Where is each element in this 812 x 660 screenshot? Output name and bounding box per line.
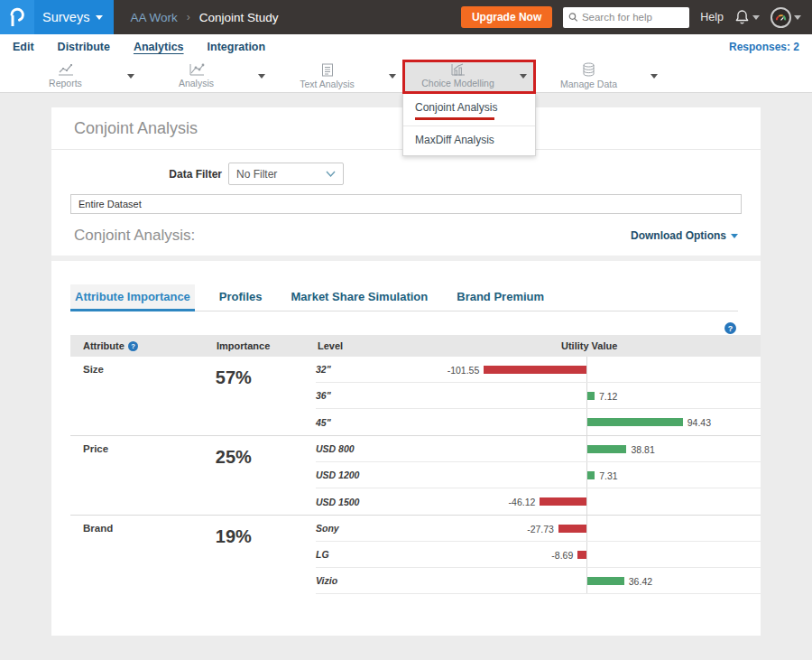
help-search[interactable] xyxy=(563,7,689,28)
utility-bar-chart: -46.12 xyxy=(487,488,761,515)
chevron-down-icon xyxy=(651,74,658,79)
text-analysis-dropdown-toggle[interactable] xyxy=(381,60,404,92)
importance-value: 19% xyxy=(216,516,316,594)
menu-item-maxdiff-analysis[interactable]: MaxDiff Analysis xyxy=(403,125,535,155)
svg-text:?: ? xyxy=(131,342,135,350)
gauge-avatar-icon xyxy=(774,11,788,24)
level-row: USD 1500-46.12 xyxy=(316,488,761,515)
upgrade-now-button[interactable]: Upgrade Now xyxy=(461,6,552,28)
toolbar-item-manage-data: Manage Data xyxy=(535,60,666,92)
reports-dropdown-toggle[interactable] xyxy=(119,60,143,92)
search-input[interactable] xyxy=(582,12,684,23)
logo-glyph-icon xyxy=(9,7,25,27)
importance-value: 57% xyxy=(216,357,316,435)
utility-value: 7.31 xyxy=(599,470,617,481)
choice-modelling-dropdown-toggle[interactable] xyxy=(512,60,535,92)
search-icon xyxy=(568,12,578,23)
attribute-name: Brand xyxy=(70,516,216,594)
analytics-toolbar: Reports Analysis Text Analysis xyxy=(0,60,812,93)
manage-data-dropdown-toggle[interactable] xyxy=(642,60,666,92)
level-label: 36" xyxy=(316,390,487,401)
nav-item-integration[interactable]: Integration xyxy=(208,41,266,53)
chevron-down-icon xyxy=(731,234,738,238)
reports-button[interactable]: Reports xyxy=(12,60,119,92)
importance-value: 25% xyxy=(216,436,316,515)
menu-item-label: Conjoint Analysis xyxy=(415,101,497,114)
zero-axis-line xyxy=(586,357,587,382)
level-label: USD 800 xyxy=(316,443,487,454)
analysis-dropdown-toggle[interactable] xyxy=(250,60,273,92)
choice-modelling-button[interactable]: Choice Modelling xyxy=(404,60,512,92)
help-link[interactable]: Help xyxy=(700,11,724,23)
toolbar-label: Reports xyxy=(49,78,82,88)
utility-value: -46.12 xyxy=(509,497,536,507)
level-label: USD 1500 xyxy=(316,497,487,507)
level-row: 36"7.12 xyxy=(316,383,761,409)
column-header-utility-value: Utility Value xyxy=(489,340,761,351)
responses-count[interactable]: Responses: 2 xyxy=(729,41,799,53)
level-row: USD 12007.31 xyxy=(316,462,761,488)
level-row: 45"94.43 xyxy=(316,409,761,435)
questionpro-logo-icon[interactable] xyxy=(0,0,34,34)
dataset-scope-box[interactable]: Entire Dataset xyxy=(70,194,742,214)
breadcrumb-folder[interactable]: AA Work xyxy=(130,11,177,24)
utility-bar xyxy=(484,366,586,374)
chevron-down-icon xyxy=(326,171,336,177)
manage-data-button[interactable]: Manage Data xyxy=(535,60,642,92)
topbar-actions: Upgrade Now Help xyxy=(461,6,812,28)
text-analysis-button[interactable]: Text Analysis xyxy=(273,60,381,92)
section-title: Conjoint Analysis: xyxy=(74,227,195,245)
chevron-down-icon xyxy=(389,74,396,79)
utility-bar xyxy=(558,525,586,533)
utility-value: 7.12 xyxy=(599,391,617,402)
nav-item-distribute[interactable]: Distribute xyxy=(58,41,110,53)
toolbar-item-analysis: Analysis xyxy=(143,60,273,92)
tab-profiles[interactable]: Profiles xyxy=(215,284,267,311)
download-options-label: Download Options xyxy=(631,229,726,242)
download-options-button[interactable]: Download Options xyxy=(631,229,738,242)
level-label: Sony xyxy=(316,523,487,534)
attribute-group-row: Price25%USD 80038.81USD 12007.31USD 1500… xyxy=(70,436,761,516)
line-chart-icon xyxy=(58,63,74,76)
tab-market-share-simulation[interactable]: Market Share Simulation xyxy=(287,284,433,311)
nav-item-edit[interactable]: Edit xyxy=(13,41,34,53)
attribute-importance-table: Attribute ? Importance Level Utility Val… xyxy=(70,335,761,594)
product-switcher[interactable]: Surveys xyxy=(0,0,114,34)
nav-item-analytics[interactable]: Analytics xyxy=(134,41,184,53)
levels-list: 32"-101.5536"7.1245"94.43 xyxy=(316,357,761,435)
analysis-button[interactable]: Analysis xyxy=(143,60,250,92)
level-row: USD 80038.81 xyxy=(316,436,761,462)
tab-attribute-importance[interactable]: Attribute Importance xyxy=(70,284,195,311)
survey-nav: Edit Distribute Analytics Integration Re… xyxy=(0,34,812,60)
results-tabs: Attribute Importance Profiles Market Sha… xyxy=(70,284,738,311)
utility-value: -101.55 xyxy=(448,365,480,376)
data-filter-select[interactable]: No Filter xyxy=(228,163,344,185)
brand-label: Surveys xyxy=(42,10,89,24)
avatar xyxy=(770,7,791,28)
toolbar-item-choice-modelling: Choice Modelling xyxy=(404,60,535,92)
utility-bar-chart: 38.81 xyxy=(487,436,761,461)
help-question-icon[interactable]: ? xyxy=(128,341,138,351)
top-header-bar: Surveys AA Work › Conjoint Study Upgrade… xyxy=(0,0,812,34)
breadcrumb-survey-title[interactable]: Conjoint Study xyxy=(199,11,279,24)
bell-icon xyxy=(734,9,750,25)
utility-bar-chart: 94.43 xyxy=(487,409,761,435)
utility-bar xyxy=(587,445,626,453)
notifications-menu[interactable] xyxy=(734,9,760,25)
data-filter-label: Data Filter xyxy=(51,168,222,181)
red-annotation-underline xyxy=(415,117,494,120)
account-menu[interactable] xyxy=(770,7,801,28)
menu-item-label: MaxDiff Analysis xyxy=(415,134,494,146)
tab-brand-premium[interactable]: Brand Premium xyxy=(452,284,549,311)
toolbar-item-text-analysis: Text Analysis xyxy=(273,60,404,92)
menu-item-conjoint-analysis[interactable]: Conjoint Analysis xyxy=(403,94,535,125)
chevron-down-icon xyxy=(96,15,103,20)
help-question-icon[interactable]: ? xyxy=(724,322,736,334)
utility-value: 94.43 xyxy=(687,417,711,428)
chevron-down-icon xyxy=(127,74,134,79)
utility-bar-chart: -27.73 xyxy=(487,516,761,541)
utility-value: 36.42 xyxy=(629,576,652,587)
breadcrumb-separator-icon: › xyxy=(187,11,190,23)
zero-axis-line xyxy=(586,488,587,515)
chevron-down-icon xyxy=(752,15,760,20)
